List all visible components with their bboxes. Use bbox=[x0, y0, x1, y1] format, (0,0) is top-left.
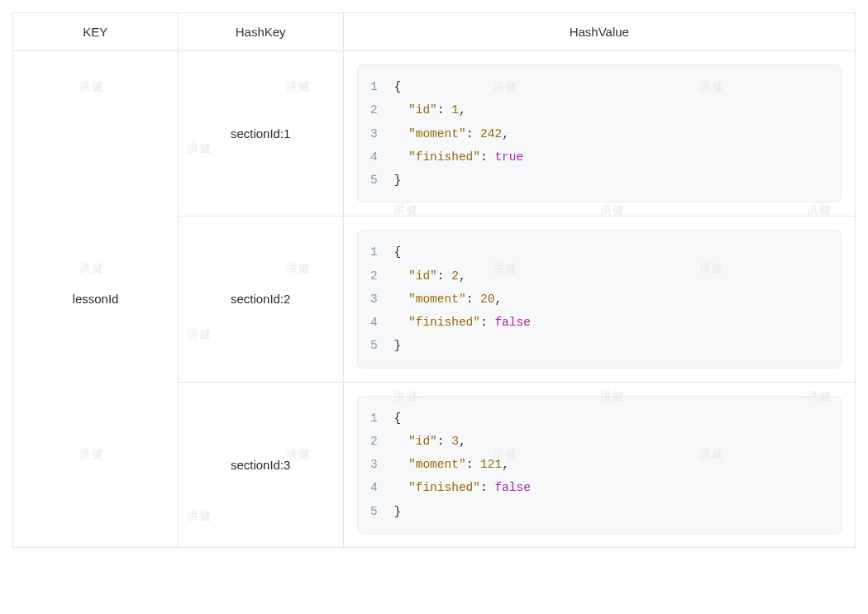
code-line: 5} bbox=[358, 169, 841, 192]
line-number: 3 bbox=[358, 122, 394, 145]
line-number: 5 bbox=[358, 334, 394, 357]
code-line: 3 "moment": 121, bbox=[358, 453, 841, 476]
col-header-key: KEY bbox=[13, 13, 179, 51]
table-row: sectionId:31{2 "id": 3,3 "moment": 121,4… bbox=[13, 382, 856, 547]
redis-hash-table: KEY HashKey HashValue sectionId:11{2 "id… bbox=[12, 12, 856, 548]
code-content: { bbox=[394, 407, 402, 430]
code-content: "moment": 20, bbox=[394, 288, 503, 311]
json-code-block: 1{2 "id": 2,3 "moment": 20,4 "finished":… bbox=[357, 230, 842, 368]
json-code-block: 1{2 "id": 1,3 "moment": 242,4 "finished"… bbox=[357, 64, 842, 202]
line-number: 2 bbox=[358, 98, 394, 121]
code-line: 1{ bbox=[358, 240, 841, 264]
code-content: } bbox=[394, 169, 402, 192]
line-number: 4 bbox=[358, 311, 394, 334]
key-cell bbox=[13, 51, 179, 217]
hashkey-cell: sectionId:2 bbox=[178, 217, 343, 382]
line-number: 1 bbox=[358, 240, 394, 264]
table-header-row: KEY HashKey HashValue bbox=[13, 13, 856, 51]
hashkey-cell: sectionId:3 bbox=[178, 382, 343, 547]
hashkey-cell: sectionId:1 bbox=[178, 51, 343, 217]
code-line: 4 "finished": false bbox=[358, 311, 841, 334]
code-line: 2 "id": 1, bbox=[358, 98, 841, 121]
line-number: 1 bbox=[358, 75, 394, 98]
code-line: 1{ bbox=[358, 407, 841, 430]
code-content: { bbox=[394, 240, 402, 264]
line-number: 5 bbox=[358, 500, 394, 523]
code-line: 2 "id": 2, bbox=[358, 264, 841, 288]
code-content: "id": 2, bbox=[394, 264, 466, 288]
code-content: { bbox=[394, 75, 402, 98]
line-number: 1 bbox=[358, 407, 394, 430]
code-line: 1{ bbox=[358, 75, 841, 98]
key-cell-continuation bbox=[13, 382, 179, 547]
table-row: sectionId:11{2 "id": 1,3 "moment": 242,4… bbox=[13, 51, 856, 217]
code-line: 3 "moment": 20, bbox=[358, 288, 841, 311]
hashvalue-cell: 1{2 "id": 2,3 "moment": 20,4 "finished":… bbox=[343, 217, 855, 382]
code-content: } bbox=[394, 500, 402, 523]
code-line: 4 "finished": false bbox=[358, 476, 841, 499]
code-content: "finished": false bbox=[394, 311, 531, 334]
code-content: "moment": 242, bbox=[394, 122, 509, 145]
code-content: } bbox=[394, 334, 402, 357]
hashvalue-cell: 1{2 "id": 1,3 "moment": 242,4 "finished"… bbox=[343, 51, 855, 217]
code-content: "finished": true bbox=[394, 145, 524, 169]
code-content: "id": 3, bbox=[394, 430, 466, 453]
line-number: 4 bbox=[358, 145, 394, 169]
code-line: 2 "id": 3, bbox=[358, 430, 841, 453]
hashvalue-cell: 1{2 "id": 3,3 "moment": 121,4 "finished"… bbox=[343, 382, 855, 547]
line-number: 5 bbox=[358, 169, 394, 192]
code-line: 5} bbox=[358, 500, 841, 523]
code-content: "moment": 121, bbox=[394, 453, 509, 476]
code-line: 3 "moment": 242, bbox=[358, 122, 841, 145]
line-number: 3 bbox=[358, 288, 394, 311]
json-code-block: 1{2 "id": 3,3 "moment": 121,4 "finished"… bbox=[357, 396, 842, 534]
line-number: 2 bbox=[358, 430, 394, 453]
code-line: 5} bbox=[358, 334, 841, 357]
col-header-hashvalue: HashValue bbox=[343, 13, 855, 51]
line-number: 4 bbox=[358, 476, 394, 499]
code-content: "id": 1, bbox=[394, 98, 466, 121]
code-content: "finished": false bbox=[394, 476, 531, 499]
code-line: 4 "finished": true bbox=[358, 145, 841, 169]
line-number: 3 bbox=[358, 453, 394, 476]
line-number: 2 bbox=[358, 264, 394, 288]
key-label: lessonId bbox=[13, 292, 179, 306]
col-header-hashkey: HashKey bbox=[178, 13, 343, 51]
